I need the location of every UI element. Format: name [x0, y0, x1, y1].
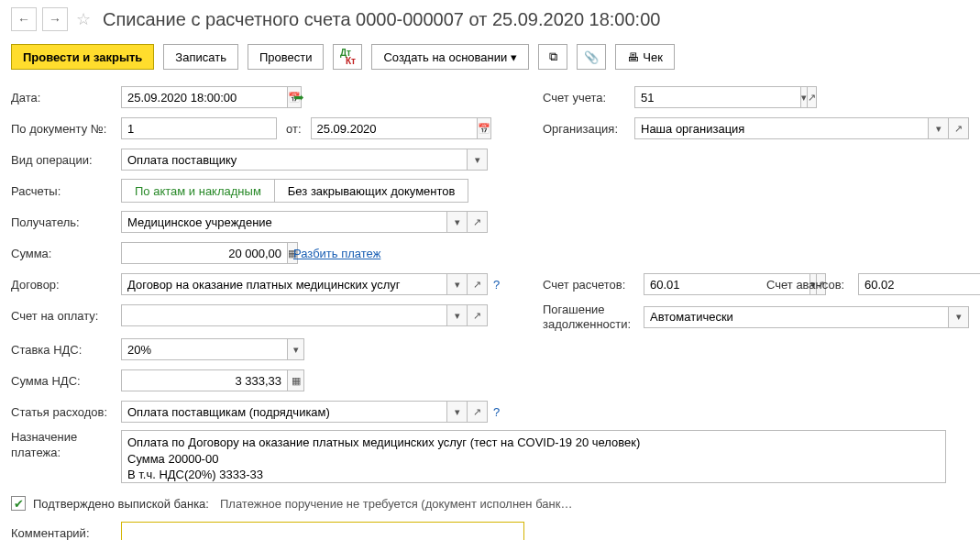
favorite-star-icon[interactable]: ☆: [73, 9, 94, 29]
open-icon[interactable]: ↗: [808, 86, 817, 108]
org-label: Организация:: [543, 122, 634, 136]
vat-rate-input[interactable]: [121, 338, 288, 360]
no-closing-button[interactable]: Без закрывающих документов: [275, 179, 469, 203]
invoice-label: Счет на оплату:: [11, 309, 121, 323]
chevron-down-icon[interactable]: ▾: [468, 149, 488, 171]
receipt-label: Чек: [643, 50, 663, 64]
doc-no-label: По документу №:: [11, 122, 121, 136]
structure-button[interactable]: ⧉: [538, 44, 567, 70]
payee-input[interactable]: [121, 211, 447, 233]
structure-icon: ⧉: [549, 50, 557, 64]
calculator-icon[interactable]: ▦: [288, 369, 304, 391]
vat-sum-label: Сумма НДС:: [11, 374, 121, 388]
chevron-down-icon[interactable]: ▾: [447, 401, 468, 423]
purpose-textarea[interactable]: [121, 430, 946, 483]
confirmed-label: Подтверждено выпиской банка:: [33, 497, 209, 511]
comment-label: Комментарий:: [11, 526, 121, 540]
vat-rate-label: Ставка НДС:: [11, 343, 121, 357]
chevron-down-icon[interactable]: ▾: [949, 306, 969, 328]
open-icon[interactable]: ↗: [468, 273, 488, 295]
chevron-down-icon[interactable]: ▾: [929, 117, 949, 139]
comment-input[interactable]: [121, 522, 524, 540]
op-type-label: Вид операции:: [11, 153, 121, 167]
save-button[interactable]: Записать: [163, 44, 238, 70]
debt-input[interactable]: [644, 306, 949, 328]
purpose-label: Назначение платежа:: [11, 430, 121, 461]
vat-sum-input[interactable]: [121, 369, 288, 391]
nav-forward-button[interactable]: →: [42, 7, 68, 31]
create-based-on-button[interactable]: Создать на основании ▾: [371, 44, 529, 70]
by-acts-button[interactable]: По актам и накладным: [121, 179, 275, 203]
split-payment-link[interactable]: Разбить платеж: [293, 247, 380, 260]
doc-no-input[interactable]: [121, 117, 277, 139]
expense-input[interactable]: [121, 401, 447, 423]
date-label: Дата:: [11, 91, 121, 105]
contract-input[interactable]: [121, 273, 447, 295]
chevron-down-icon[interactable]: ▾: [801, 86, 808, 108]
open-icon[interactable]: ↗: [949, 117, 969, 139]
open-icon[interactable]: ↗: [468, 401, 488, 423]
confirmed-checkbox[interactable]: ✔: [11, 496, 26, 511]
attach-button[interactable]: 📎: [577, 44, 606, 70]
doc-date-input[interactable]: [311, 117, 478, 139]
expense-label: Статья расходов:: [11, 405, 121, 419]
nav-back-button[interactable]: ←: [11, 7, 37, 31]
create-based-label: Создать на основании: [383, 50, 507, 64]
amount-label: Сумма:: [11, 247, 121, 260]
chevron-down-icon: ▾: [511, 50, 517, 64]
chevron-down-icon[interactable]: ▾: [447, 211, 468, 233]
org-input[interactable]: [634, 117, 929, 139]
settlements-label: Расчеты:: [11, 184, 121, 198]
confirmed-note: Платежное поручение не требуется (докуме…: [220, 497, 572, 511]
contract-label: Договор:: [11, 278, 121, 292]
chevron-down-icon[interactable]: ▾: [288, 338, 304, 360]
paperclip-icon: 📎: [584, 50, 599, 64]
settle-acc-label: Счет расчетов:: [543, 278, 644, 292]
op-type-input[interactable]: [121, 149, 468, 171]
help-icon[interactable]: ?: [493, 278, 500, 292]
post-button[interactable]: Провести: [248, 44, 325, 70]
receipt-button[interactable]: 🖶 Чек: [615, 44, 675, 70]
open-icon[interactable]: ↗: [468, 211, 488, 233]
account-label: Счет учета:: [543, 91, 634, 105]
receipt-icon: 🖶: [627, 50, 639, 64]
date-input[interactable]: [121, 86, 288, 108]
page-title: Списание с расчетного счета 0000-000007 …: [103, 9, 660, 30]
post-and-close-button[interactable]: Провести и закрыть: [11, 44, 154, 70]
advance-acc-label: Счет авансов:: [766, 278, 858, 292]
account-input[interactable]: [634, 86, 801, 108]
chevron-down-icon[interactable]: ▾: [447, 304, 468, 326]
from-label: от:: [286, 122, 302, 136]
open-icon[interactable]: ↗: [468, 304, 488, 326]
payee-label: Получатель:: [11, 215, 121, 229]
amount-input[interactable]: [121, 242, 288, 264]
help-icon[interactable]: ?: [493, 405, 500, 419]
debt-label: Погашение задолженности:: [543, 303, 644, 331]
dtkt-button[interactable]: ДтКт: [333, 44, 362, 70]
chevron-down-icon[interactable]: ▾: [447, 273, 468, 295]
invoice-input[interactable]: [121, 304, 447, 326]
advance-acc-input[interactable]: [858, 273, 980, 295]
posted-icon: ➥: [293, 90, 304, 105]
calendar-icon[interactable]: 📅: [478, 117, 491, 139]
dtkt-icon: ДтКт: [340, 49, 356, 65]
